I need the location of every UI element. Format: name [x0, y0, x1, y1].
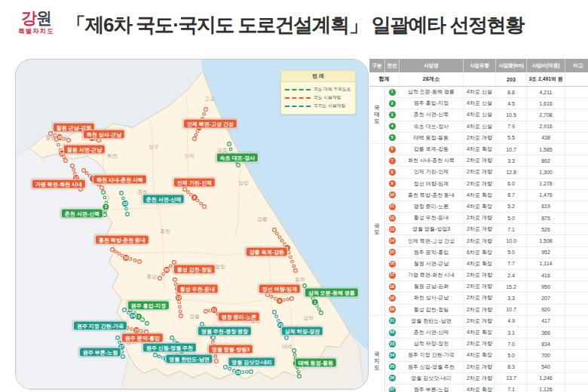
project-name-cell: 횡성 우천-둔내 — [400, 213, 464, 224]
project-type-cell: 4차로 신설 — [464, 98, 496, 109]
map-project-label: 강릉 옥계-강동 — [246, 247, 288, 257]
project-type-cell: 2차로 개량 — [464, 178, 496, 189]
route-bead — [145, 322, 149, 326]
row-number-badge: 24 — [389, 352, 396, 359]
note-cell — [565, 384, 588, 392]
route-bead — [158, 355, 161, 358]
row-number-cell: 20 — [385, 304, 400, 315]
route-number: 24 — [130, 314, 136, 318]
route-bead — [121, 355, 125, 359]
route-bead — [179, 310, 182, 313]
note-cell — [565, 143, 588, 155]
logo-subtext: 특별자치도 — [12, 27, 60, 36]
project-type-cell: 4차로 신설 — [464, 109, 496, 121]
logo-text-gang: 강 — [21, 9, 36, 26]
project-type-cell: 2차로 개량 — [464, 304, 496, 315]
route-bead — [204, 108, 208, 112]
legend-item-label: 국도 시설개량 — [314, 94, 341, 101]
map-project-label: 원주 지정 간현-가곡 — [73, 321, 127, 331]
project-type-cell: 4차로 확장 — [464, 326, 496, 338]
route-bead — [228, 368, 231, 371]
cost-cell: 4,211 — [527, 87, 565, 98]
region-name-label: 횡성 — [146, 274, 157, 279]
length-cell: 5.0 — [496, 213, 527, 224]
table-row: 7화천 사내-춘천 사북2차로 개량3.3892 — [369, 155, 588, 167]
project-type-cell: 2차로 개량 — [464, 132, 496, 143]
length-cell: 4.9 — [496, 315, 527, 326]
length-cell: 3.1 — [496, 326, 527, 338]
note-cell — [565, 121, 588, 132]
row-number-cell: 16 — [385, 258, 400, 269]
route-bead — [250, 370, 253, 374]
row-number-cell: 22 — [385, 326, 400, 338]
route-bead — [320, 311, 323, 315]
legend-dash-swatch — [285, 89, 311, 90]
route-bead — [290, 297, 294, 301]
table-row: 8인제 기린-인제2차로 개량12.81,300 — [369, 167, 588, 178]
length-cell: 3.3 — [496, 292, 527, 304]
project-type-cell: 2차로 개량 — [464, 270, 496, 281]
length-cell: 7.9 — [496, 121, 527, 132]
note-cell — [565, 87, 588, 98]
cost-cell: 526 — [527, 224, 565, 235]
route-bead — [179, 314, 183, 318]
project-name-cell: 속초 대포-장사 — [400, 121, 464, 132]
route-bead — [67, 139, 71, 142]
column-header: 사업유형 — [464, 59, 496, 72]
cost-cell: 1,300 — [527, 167, 565, 178]
note-cell — [565, 247, 588, 258]
project-name-cell: 인제 북면-고성 간성 — [400, 235, 464, 247]
route-bead — [286, 298, 289, 301]
project-type-cell: 2차로 개량 — [464, 361, 496, 372]
project-type-cell: 4차로 확장 — [464, 350, 496, 361]
table-row: 24원주 지정 간현-가곡4차로 확장5.0700 — [369, 350, 588, 361]
project-type-cell: 2차로 개량 — [464, 235, 496, 247]
route-bead — [57, 143, 60, 146]
route-bead — [280, 240, 283, 243]
row-number-cell: 15 — [385, 247, 400, 258]
length-cell: 7.7 — [496, 258, 527, 269]
legend-item: 국도 시설개량 — [285, 94, 351, 101]
cost-cell: 2,916 — [527, 121, 565, 132]
group-label-cell: 국도 — [369, 143, 385, 315]
route-bead — [224, 366, 228, 369]
route-bead — [229, 148, 232, 151]
map-project-label: 춘천 서면-신매 — [142, 194, 185, 204]
route-bead — [183, 188, 187, 191]
row-number-badge: 1 — [389, 89, 396, 96]
route-bead — [115, 250, 118, 253]
route-bead — [204, 310, 208, 314]
route-bead — [122, 197, 125, 200]
project-name-cell: 철원 근남-김화 — [400, 281, 464, 292]
route-bead — [140, 329, 143, 332]
route-bead — [293, 354, 296, 357]
row-number-cell: 9 — [385, 178, 400, 189]
route-bead — [169, 265, 172, 268]
project-name-cell: 삼척 오분-동해 평릉 — [400, 87, 464, 98]
cost-cell: 619 — [527, 201, 565, 212]
map-project-label: 철원 서면-근남 — [63, 145, 106, 155]
column-header: 사업비(억원) — [527, 59, 565, 72]
row-number-cell: 14 — [385, 235, 400, 247]
region-name-label: 양구 — [149, 144, 159, 149]
row-number-badge: 20 — [389, 306, 396, 313]
row-number-cell: 12 — [385, 213, 400, 224]
cost-cell: 540 — [527, 361, 565, 372]
project-name-cell: 춘천 서면-신북 — [400, 109, 464, 121]
row-number-badge: 27 — [389, 387, 396, 392]
column-header: 구분 — [369, 59, 385, 72]
map-project-label: 영월 한반도-남면 — [165, 354, 213, 364]
total-cell — [464, 72, 496, 87]
row-number-badge: 12 — [389, 215, 396, 222]
region-name-label: 인제 — [184, 153, 194, 158]
cost-cell: 1,508 — [527, 235, 565, 247]
table-row: 20횡성 갑천-청일2차로 개량10.7920 — [369, 304, 588, 315]
route-bead — [278, 236, 281, 239]
row-number-cell: 26 — [385, 372, 400, 384]
project-type-cell: 2차로 개량 — [464, 372, 496, 384]
cost-cell: 207 — [527, 292, 565, 304]
route-bead — [276, 232, 279, 235]
route-bead — [72, 169, 75, 172]
cost-cell: 952 — [527, 247, 565, 258]
row-number-badge: 18 — [389, 283, 396, 290]
